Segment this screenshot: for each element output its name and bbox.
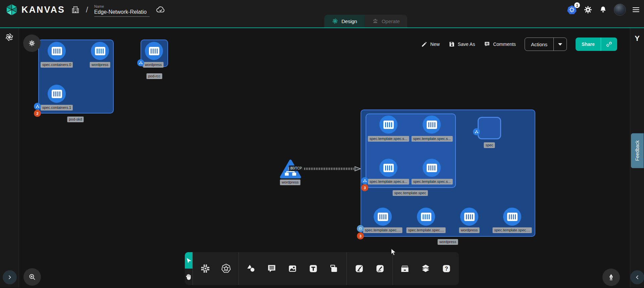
node-label: spec.template.spec.... <box>493 227 532 233</box>
design-name-label: Name <box>94 4 150 8</box>
kubernetes-context-button[interactable]: 1 <box>567 5 577 15</box>
share-label[interactable]: Share <box>576 38 601 51</box>
feedback-tab[interactable]: Feedback <box>631 133 644 168</box>
template-container-node[interactable] <box>379 159 397 177</box>
breadcrumb-separator: / <box>86 5 88 14</box>
relationship-badge-icon[interactable] <box>34 103 41 110</box>
new-icon <box>421 41 428 48</box>
shapes-tool-button[interactable] <box>241 252 261 285</box>
container-icon <box>421 213 431 221</box>
design-name-input[interactable] <box>94 8 150 17</box>
node-label: spec.template.spec.s... <box>412 136 453 142</box>
node-label: wordpress <box>90 62 110 68</box>
node-wordpress-container[interactable] <box>91 42 109 60</box>
help-tool-button[interactable]: ? <box>437 252 456 285</box>
tab-design[interactable]: Design <box>324 15 365 27</box>
container-icon <box>427 164 437 172</box>
group-settings-button[interactable] <box>23 34 41 52</box>
mouse-cursor <box>389 248 397 257</box>
save-as-button[interactable]: Save As <box>448 41 475 48</box>
template-container-node[interactable] <box>423 116 441 134</box>
container-icon <box>149 47 159 55</box>
relationship-badge-icon[interactable] <box>361 177 368 184</box>
group-label: pod-rcc <box>147 73 162 79</box>
service-label: wordpress <box>280 179 301 185</box>
comment-tool-button[interactable] <box>262 252 281 285</box>
actions-dropdown-caret[interactable] <box>553 38 567 51</box>
node-label: spec.template.spec.... <box>363 227 402 233</box>
text-tool-button[interactable] <box>304 252 323 285</box>
expand-left-panel-button[interactable] <box>3 270 17 284</box>
save-as-label: Save As <box>458 42 475 47</box>
container-icon <box>383 164 394 172</box>
service-edge[interactable] <box>300 166 361 171</box>
design-name-field: Name <box>94 4 150 17</box>
deployment-container-node[interactable] <box>503 208 521 226</box>
kubernetes-tool-button[interactable] <box>216 252 236 285</box>
comments-button[interactable]: Comments <box>484 41 516 48</box>
components-tool-button[interactable] <box>196 252 215 285</box>
node-label: spec.template.spec.s... <box>368 136 409 142</box>
group-label: spec.template.spec <box>393 190 428 196</box>
node-spec-containers-1[interactable] <box>48 85 66 103</box>
user-avatar[interactable] <box>614 4 626 16</box>
cloud-saved-icon <box>156 5 166 15</box>
pan-tool-button[interactable] <box>185 269 193 285</box>
new-button[interactable]: New <box>421 41 440 48</box>
actions-label[interactable]: Actions <box>525 38 553 51</box>
container-icon <box>52 90 62 98</box>
comments-label: Comments <box>493 42 516 47</box>
issue-count-badge[interactable]: 3 <box>357 232 364 239</box>
organization-icon[interactable] <box>71 5 80 14</box>
settings-gear-icon[interactable] <box>584 5 592 14</box>
issue-count-badge[interactable]: 2 <box>34 110 41 117</box>
node-label: wordpress <box>143 62 164 68</box>
tab-operate-label: Operate <box>382 18 400 24</box>
zoom-search-button[interactable] <box>23 268 41 286</box>
container-icon <box>464 213 475 221</box>
relationship-badge-icon[interactable] <box>137 59 144 66</box>
deployment-container-node[interactable] <box>417 208 435 226</box>
y-panel-icon[interactable]: Y <box>630 34 644 43</box>
template-container-node[interactable] <box>379 116 397 134</box>
freehand-draw-tool-button[interactable] <box>370 252 390 285</box>
collapse-right-panel-button[interactable] <box>630 270 644 284</box>
node-label: spec.containers.0 <box>41 62 73 68</box>
app-header: KANVAS / Name Design <box>0 0 644 28</box>
pen-nib-button[interactable] <box>602 269 620 286</box>
shape-note-tool-button[interactable] <box>324 252 344 285</box>
node-label: spec.template.spec.... <box>407 227 446 233</box>
pen-tool-button[interactable] <box>350 252 369 285</box>
share-link-icon[interactable] <box>601 38 617 51</box>
design-canvas[interactable]: New Save As <box>19 28 630 287</box>
tab-operate[interactable]: Operate <box>365 15 407 27</box>
deployment-badge-icon[interactable] <box>357 225 364 232</box>
deployment-container-node[interactable] <box>460 208 478 226</box>
node-label: spec <box>484 142 495 148</box>
actions-split-button[interactable]: Actions <box>525 38 567 51</box>
hamburger-menu-icon[interactable] <box>633 6 639 13</box>
relationship-badge-icon[interactable] <box>473 128 480 135</box>
layers-tool-button[interactable] <box>416 252 435 285</box>
deployment-container-node[interactable] <box>374 208 392 226</box>
node-label: spec.template.spec.s... <box>368 179 409 185</box>
drawer-tool-button[interactable] <box>395 252 415 285</box>
node-label: spec.template.spec.s... <box>412 179 453 185</box>
image-tool-button[interactable] <box>283 252 302 285</box>
spec-node[interactable] <box>478 117 501 139</box>
brand-name: KANVAS <box>21 5 65 15</box>
share-split-button[interactable]: Share <box>576 38 617 51</box>
group-label: pod-skd <box>67 117 84 122</box>
node-spec-containers-0[interactable] <box>48 42 66 60</box>
meshery-spinner-icon[interactable] <box>4 32 14 42</box>
node-label: spec.containers.1 <box>41 105 73 111</box>
container-icon <box>378 213 388 221</box>
kanvas-logo[interactable]: KANVAS <box>5 3 65 16</box>
container-icon <box>427 121 437 129</box>
node-wordpress-container[interactable] <box>145 42 163 60</box>
issue-count-badge[interactable]: 3 <box>361 184 368 191</box>
select-tool-button[interactable] <box>185 252 193 269</box>
template-container-node[interactable] <box>423 159 441 177</box>
group-label: wordpress <box>438 239 458 245</box>
notifications-bell-icon[interactable] <box>599 6 607 14</box>
